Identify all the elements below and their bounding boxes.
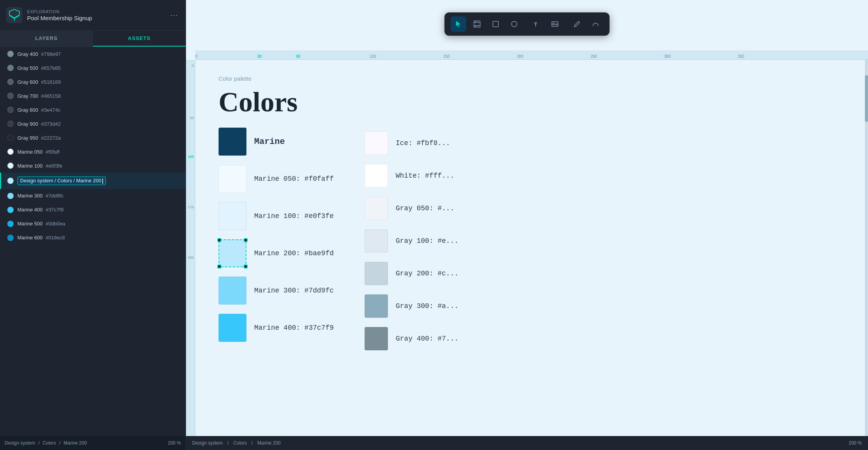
layer-name: Gray 800 #3e474c <box>17 107 60 113</box>
layer-name: Gray 400 #798e97 <box>17 51 61 57</box>
layer-item[interactable]: Marine 300 #7dd9fc <box>0 189 186 203</box>
layer-item[interactable]: Gray 500 #657b85 <box>0 61 186 75</box>
color-row-ice: Ice: #fbf8... <box>365 128 458 159</box>
color-swatch-marine-200 <box>219 239 246 267</box>
color-swatch-gray-200 <box>365 262 388 285</box>
layer-item[interactable]: Marine 050 #f0faff <box>0 145 186 159</box>
color-dot <box>7 207 14 213</box>
color-dot <box>7 107 14 113</box>
more-button[interactable]: ⋯ <box>169 9 179 21</box>
color-label-gray-200: Gray 200: #c... <box>396 270 458 277</box>
canvas-main: Color palette Colors Marine Marine 050: … <box>195 60 865 436</box>
layer-name: Marine 100 #e0f3fe <box>17 163 62 169</box>
color-row-gray-050: Gray 050: #... <box>365 193 458 224</box>
handle-bl <box>217 265 221 268</box>
layer-item[interactable]: Gray 900 #373d42 <box>0 117 186 131</box>
color-swatch-marine-100 <box>219 202 246 230</box>
color-swatch-ice <box>365 132 388 155</box>
color-label-marine-400: Marine 400: #37c7f9 <box>254 324 334 332</box>
status-colors: Colors <box>43 440 56 446</box>
canvas-status-slash2: / <box>251 440 253 446</box>
color-row-marine: Marine <box>219 124 334 159</box>
tool-image[interactable] <box>547 16 563 32</box>
svg-rect-6 <box>493 21 498 27</box>
layer-item[interactable]: Gray 400 #798e97 <box>0 47 186 61</box>
layers-list[interactable]: Gray 400 #798e97 Gray 500 #657b85 Gray 6… <box>0 47 186 436</box>
tool-divider-2 <box>566 19 566 29</box>
color-dot <box>7 235 14 241</box>
color-row-gray-300: Gray 300: #a... <box>365 291 458 322</box>
color-dot <box>7 221 14 227</box>
color-dot-selected <box>7 178 14 184</box>
color-swatch-gray-400 <box>365 327 388 350</box>
svg-rect-1 <box>474 21 480 27</box>
color-swatch-white <box>365 164 388 187</box>
layer-name: Gray 950 #22272a <box>17 135 61 141</box>
app-label: EXPLORATION <box>27 9 169 14</box>
color-label-marine-300: Marine 300: #7dd9fc <box>254 287 334 294</box>
color-label-gray-400: Gray 400: #7... <box>396 335 458 343</box>
tool-text[interactable]: T <box>529 16 544 32</box>
ruler-left-mark-155: 155 <box>188 155 194 159</box>
ruler-left: 0 50 155 175 200 <box>186 60 195 436</box>
ruler-top: 0 30 50 100 150 200 250 300 350 <box>195 50 868 60</box>
tool-divider <box>525 19 525 29</box>
color-dot <box>7 93 14 99</box>
color-swatch-gray-300 <box>365 294 388 318</box>
layer-item[interactable]: Gray 800 #3e474c <box>0 103 186 117</box>
tool-circle[interactable] <box>506 16 522 32</box>
tool-select[interactable] <box>451 16 466 32</box>
color-label-marine-200: Marine 200: #bae9fd <box>254 249 334 257</box>
color-label-marine: Marine <box>254 137 285 147</box>
canvas-scrollbar-thumb[interactable] <box>865 75 868 122</box>
svg-point-7 <box>512 21 517 27</box>
color-swatch-marine-400 <box>219 314 246 342</box>
layer-item[interactable]: Marine 500 #0db0ea <box>0 217 186 231</box>
tool-path[interactable] <box>588 16 603 32</box>
ruler-left-mark-50: 50 <box>190 116 194 120</box>
layer-item-selected[interactable]: Design system / Colors / Marine 200 <box>0 173 186 189</box>
layer-name-selected: Design system / Colors / Marine 200 <box>17 177 106 185</box>
canvas-status-design-system: Design system <box>192 440 223 446</box>
color-dot <box>7 51 14 57</box>
app-title-group: EXPLORATION Pool Membership Signup <box>27 9 169 21</box>
status-slash1: / <box>38 440 40 446</box>
ruler-mark-250: 250 <box>591 54 597 59</box>
status-slash2: / <box>59 440 60 446</box>
color-row-marine-100: Marine 100: #e0f3fe <box>219 198 334 234</box>
layer-item[interactable]: Gray 600 #516169 <box>0 75 186 89</box>
layer-name: Gray 700 #465158 <box>17 93 61 99</box>
color-swatch-marine <box>219 128 246 156</box>
tool-frame[interactable] <box>469 16 485 32</box>
canvas-status-bar: Design system / Colors / Marine 200 200 … <box>186 436 868 450</box>
ruler-mark-150: 150 <box>443 54 450 59</box>
color-dot <box>7 193 14 199</box>
layer-item[interactable]: Marine 400 #37c7f9 <box>0 203 186 217</box>
color-row-marine-200[interactable]: Marine 200: #bae9fd <box>219 235 334 271</box>
canvas-status-colors: Colors <box>233 440 247 446</box>
layer-item[interactable]: Marine 100 #e0f3fe <box>0 159 186 173</box>
layer-item[interactable]: Gray 700 #465158 <box>0 89 186 103</box>
handle-tr <box>244 238 248 242</box>
layer-name: Marine 400 #37c7f9 <box>17 207 64 213</box>
tab-assets[interactable]: ASSETS <box>93 31 186 47</box>
app-title: Pool Membership Signup <box>27 15 169 21</box>
layer-item[interactable]: Marine 600 #018ec8 <box>0 231 186 245</box>
left-panel: EXPLORATION Pool Membership Signup ⋯ LAY… <box>0 0 186 450</box>
ruler-left-mark-200: 200 <box>188 256 194 260</box>
ruler-left-mark-175: 175 <box>188 205 194 209</box>
color-row-marine-050: Marine 050: #f0faff <box>219 161 334 197</box>
layer-name: Marine 300 #7dd9fc <box>17 193 64 199</box>
toolbar: T <box>444 12 610 36</box>
tool-rect[interactable] <box>488 16 503 32</box>
color-columns: Marine Marine 050: #f0faff Marine 100: #… <box>219 124 842 354</box>
tab-layers[interactable]: LAYERS <box>0 31 93 47</box>
layer-item[interactable]: Gray 950 #22272a <box>0 131 186 145</box>
canvas-scrollbar[interactable] <box>865 60 868 436</box>
ruler-mark-30: 30 <box>257 54 262 59</box>
swatch-wrapper-marine-200 <box>219 239 246 267</box>
canvas-heading: Colors <box>219 88 842 116</box>
color-dot <box>7 65 14 71</box>
tool-pen[interactable] <box>569 16 585 32</box>
color-dot <box>7 79 14 85</box>
